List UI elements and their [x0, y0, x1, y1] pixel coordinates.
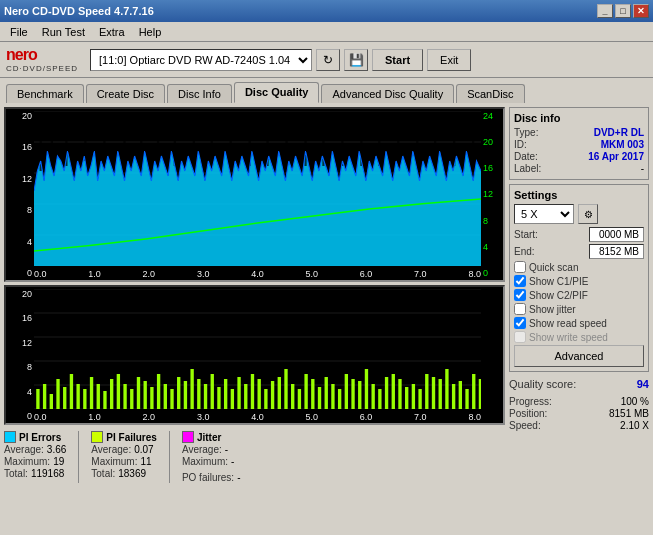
show-read-row: Show read speed	[514, 317, 644, 329]
menu-file[interactable]: File	[4, 24, 34, 40]
maximize-button[interactable]: □	[615, 4, 631, 18]
svg-rect-69	[237, 377, 240, 409]
svg-rect-43	[63, 387, 66, 409]
svg-rect-29	[434, 126, 436, 166]
exit-button[interactable]: Exit	[427, 49, 471, 71]
tab-create-disc[interactable]: Create Disc	[86, 84, 165, 103]
tab-advanced-disc-quality[interactable]: Advanced Disc Quality	[321, 84, 454, 103]
jitter-maximum: Maximum: -	[182, 456, 241, 467]
separator-1	[78, 431, 79, 483]
svg-rect-67	[224, 379, 227, 409]
svg-rect-92	[392, 374, 395, 409]
pi-failures-total-label: Total:	[91, 468, 115, 479]
jitter-max-label: Maximum:	[182, 456, 228, 467]
refresh-icon-button[interactable]: ↻	[316, 49, 340, 71]
show-c2-checkbox[interactable]	[514, 289, 526, 301]
top-chart-y-left: 20 16 12 8 4 0	[6, 109, 34, 280]
svg-rect-11	[103, 126, 105, 161]
menu-extra[interactable]: Extra	[93, 24, 131, 40]
logo-sub: CD·DVD/SPEED	[6, 64, 78, 73]
svg-rect-98	[432, 377, 435, 409]
start-button[interactable]: Start	[372, 49, 423, 71]
svg-rect-61	[184, 381, 187, 409]
pi-failures-avg-label: Average:	[91, 444, 131, 455]
svg-rect-99	[439, 379, 442, 409]
jitter-color	[182, 431, 194, 443]
show-read-checkbox[interactable]	[514, 317, 526, 329]
show-jitter-checkbox[interactable]	[514, 303, 526, 315]
svg-rect-42	[56, 379, 59, 409]
progress-value: 100 %	[621, 396, 649, 407]
jitter-average: Average: -	[182, 444, 241, 455]
svg-rect-75	[278, 377, 281, 409]
svg-rect-64	[204, 384, 207, 409]
svg-rect-21	[285, 121, 287, 166]
svg-rect-51	[117, 374, 120, 409]
disc-type-row: Type: DVD+R DL	[514, 127, 644, 138]
stats-area: PI Errors Average: 3.66 Maximum: 19 Tota…	[4, 427, 505, 487]
pi-errors-avg-label: Average:	[4, 444, 44, 455]
svg-rect-14	[157, 126, 159, 166]
show-c1-checkbox[interactable]	[514, 275, 526, 287]
show-c1-row: Show C1/PIE	[514, 275, 644, 287]
svg-rect-73	[264, 389, 267, 409]
quick-scan-checkbox[interactable]	[514, 261, 526, 273]
svg-rect-31	[472, 131, 474, 166]
disc-id-row: ID: MKM 003	[514, 139, 644, 150]
pi-failures-max-label: Maximum:	[91, 456, 137, 467]
svg-rect-96	[418, 389, 421, 409]
svg-rect-79	[304, 374, 307, 409]
tab-benchmark[interactable]: Benchmark	[6, 84, 84, 103]
settings-icon-button[interactable]: ⚙	[578, 204, 598, 224]
pi-failures-avg-value: 0.07	[134, 444, 153, 455]
disc-label-value: -	[641, 163, 644, 174]
jitter-label: Jitter	[197, 432, 221, 443]
tab-disc-quality[interactable]: Disc Quality	[234, 82, 320, 103]
svg-rect-17	[211, 126, 213, 166]
svg-rect-83	[331, 384, 334, 409]
save-icon-button[interactable]: 💾	[344, 49, 368, 71]
svg-rect-44	[70, 374, 73, 409]
svg-rect-15	[174, 121, 176, 166]
svg-rect-58	[164, 384, 167, 409]
position-label: Position:	[509, 408, 547, 419]
close-button[interactable]: ✕	[633, 4, 649, 18]
svg-rect-47	[90, 377, 93, 409]
svg-rect-102	[459, 381, 462, 409]
svg-rect-8	[51, 126, 53, 166]
show-jitter-label: Show jitter	[529, 304, 576, 315]
speed-row: 5 X ⚙	[514, 204, 644, 224]
menu-run-test[interactable]: Run Test	[36, 24, 91, 40]
svg-rect-104	[472, 374, 475, 409]
menu-help[interactable]: Help	[133, 24, 168, 40]
bottom-chart-y-left: 20 16 12 8 4 0	[6, 287, 34, 423]
svg-rect-97	[425, 374, 428, 409]
svg-rect-89	[371, 384, 374, 409]
svg-rect-82	[325, 377, 328, 409]
svg-rect-93	[398, 379, 401, 409]
disc-id-value: MKM 003	[601, 139, 644, 150]
bottom-chart-y-right	[481, 287, 503, 423]
top-chart-y-right: 24 20 16 12 8 4 0	[481, 109, 503, 280]
svg-rect-71	[251, 374, 254, 409]
tab-bar: Benchmark Create Disc Disc Info Disc Qua…	[0, 78, 653, 103]
titlebar-text: Nero CD-DVD Speed 4.7.7.16	[4, 5, 154, 17]
end-field: End: 8152 MB	[514, 244, 644, 259]
pi-errors-max-value: 19	[53, 456, 64, 467]
minimize-button[interactable]: _	[597, 4, 613, 18]
speed-select[interactable]: 5 X	[514, 204, 574, 224]
top-chart-content	[34, 111, 481, 266]
tab-scandisc[interactable]: ScanDisc	[456, 84, 524, 103]
svg-rect-70	[244, 384, 247, 409]
show-c2-row: Show C2/PIF	[514, 289, 644, 301]
drive-select[interactable]: [11:0] Optiarc DVD RW AD-7240S 1.04	[90, 49, 312, 71]
advanced-button[interactable]: Advanced	[514, 345, 644, 367]
svg-rect-40	[43, 384, 46, 409]
tab-disc-info[interactable]: Disc Info	[167, 84, 232, 103]
disc-date-row: Date: 16 Apr 2017	[514, 151, 644, 162]
svg-rect-81	[318, 387, 321, 409]
svg-rect-52	[123, 384, 126, 409]
jitter-legend: Jitter	[182, 431, 241, 443]
svg-rect-77	[291, 384, 294, 409]
disc-date-value: 16 Apr 2017	[588, 151, 644, 162]
